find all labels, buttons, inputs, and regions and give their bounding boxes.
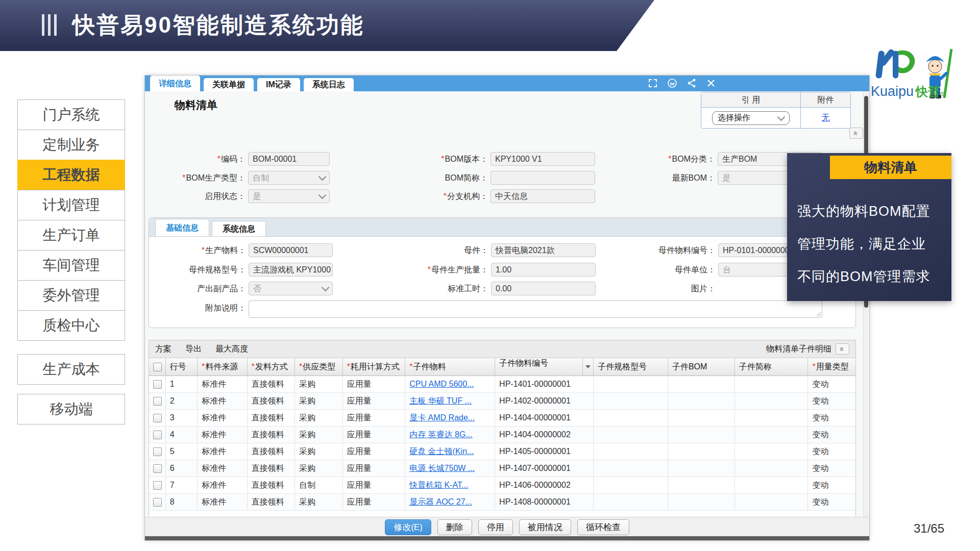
row-checkbox[interactable] [153,380,162,389]
cell-code: HP-1401-00000001 [495,376,594,393]
column-header-行号[interactable]: 行号 [165,358,197,376]
tab-detail[interactable]: 详细信息 [150,76,200,91]
tab-related-docs[interactable]: 关联单据 [204,78,254,91]
window-controls: IM [648,78,716,88]
part-link[interactable]: 内存 英睿达 8G... [409,430,473,439]
sidebar-item-custom-business[interactable]: 定制业务 [17,130,125,160]
part-link[interactable]: 硬盘 金士顿(Kin... [409,447,474,456]
filter-dropdown-icon[interactable] [582,358,593,375]
delete-button[interactable]: 删除 [437,519,472,535]
tab-system-log[interactable]: 系统日志 [304,78,354,91]
cell-supply: 采购 [295,376,343,393]
fullscreen-icon[interactable] [648,78,658,88]
row-checkbox[interactable] [153,464,162,473]
column-header-发料方式[interactable]: *发料方式 [247,358,295,376]
row-checkbox[interactable] [153,447,162,456]
field-input-母件生产批量[interactable]: 1.00 [491,263,596,277]
cell-calc: 应用量 [342,494,405,511]
field-label-母件规格型号: 母件规格型号： [164,263,246,277]
svg-text:IM: IM [670,82,675,86]
sidebar-item-engineering-data[interactable]: 工程数据 [17,160,125,190]
sidebar-item-production-cost[interactable]: 生产成本 [17,354,125,385]
window-tabbar: 详细信息关联单据IM记录系统日志 [145,76,869,91]
cell-alias [734,460,808,477]
field-input-附加说明[interactable] [249,300,822,318]
toolbar-导出[interactable]: 导出 [185,344,202,355]
field-label-编码: *编码： [165,152,246,166]
sidebar-item-mobile[interactable]: 移动端 [17,394,125,424]
toolbar-最大高度[interactable]: 最大高度 [215,344,248,355]
part-link[interactable]: CPU AMD 5600... [409,380,474,388]
part-link[interactable]: 主板 华硕 TUF ... [409,396,472,405]
part-link[interactable]: 显卡 AMD Rade... [409,413,475,422]
page-number: 31/65 [914,521,944,536]
cell-code: HP-1408-00000001 [495,494,594,511]
row-checkbox[interactable] [153,414,162,422]
field-input-标准工时[interactable]: 0.00 [491,282,596,295]
row-checkbox[interactable] [153,498,162,507]
tab-basic-info[interactable]: 基础信息 [155,219,209,236]
field-label-母件物料编号: 母件物料编号： [611,243,716,257]
modify-button[interactable]: 修改(E) [385,519,431,535]
column-header-子件物料[interactable]: *子件物料 [405,358,495,376]
sidebar-item-outsourcing-management[interactable]: 委外管理 [17,280,125,311]
field-input-BOM版本[interactable]: KPY1000 V1 [491,152,595,166]
part-link[interactable]: 显示器 AOC 27... [409,497,472,506]
row-checkbox[interactable] [153,431,162,439]
cell-bom [668,443,734,460]
field-input-母件规格型号[interactable]: 主流游戏机 KPY1000 [249,263,333,277]
field-label-附加说明: 附加说明： [164,301,246,315]
part-link[interactable]: 快普机箱 K-AT... [409,481,468,489]
column-header-子件物料编号[interactable]: 子件物料编号 [495,358,594,376]
column-header-checkbox[interactable] [149,358,165,376]
basic-info-section: 基础信息系统信息 *生产物料：SCW00000001母件：快普电脑2021款母件… [149,217,856,328]
close-icon[interactable] [706,78,716,88]
form-collapse-button[interactable]: « [849,128,863,139]
column-header-料件来源[interactable]: *料件来源 [198,358,248,376]
cell-spec [594,410,668,427]
cell-calc: 应用量 [342,477,405,494]
column-header-供应类型[interactable]: *供应类型 [295,358,343,376]
field-input-生产物料[interactable]: SCW00000001 [249,243,333,257]
sidebar-item-workshop-management[interactable]: 车间管理 [17,250,125,281]
toolbar-方案[interactable]: 方案 [155,344,172,355]
field-input-BOM生产类型[interactable]: 自制 [248,171,330,185]
tab-im-record[interactable]: IM记录 [257,78,300,91]
grid-collapse-button[interactable]: « [836,343,849,355]
im-icon[interactable]: IM [667,78,677,88]
disable-button[interactable]: 停用 [478,519,513,535]
chevron-down-icon [318,191,327,199]
column-header-耗用计算方式[interactable]: *耗用计算方式 [342,358,405,376]
cell-part: 电源 长城750W ... [405,460,495,477]
row-checkbox[interactable] [153,397,162,406]
column-header-用量类型[interactable]: *用量类型 [808,358,856,376]
cell-issue: 直接领料 [247,494,295,511]
share-icon[interactable] [687,78,697,88]
field-input-启用状态[interactable]: 是 [248,189,330,203]
field-input-母件[interactable]: 快普电脑2021款 [491,243,596,257]
field-input-BOM简称[interactable] [491,171,595,185]
column-header-子件简称[interactable]: 子件简称 [734,358,808,376]
usage-status-button[interactable]: 被用情况 [519,519,571,535]
sidebar-item-plan-management[interactable]: 计划管理 [17,190,125,220]
cell-source: 标准件 [198,494,248,511]
operation-select[interactable]: 选择操作 [712,111,790,125]
column-header-子件BOM[interactable]: 子件BOM [668,358,734,376]
loop-check-button[interactable]: 循环检查 [577,519,629,535]
header-checkbox[interactable] [153,363,162,371]
cell-calc: 应用量 [342,443,405,460]
attachment-link[interactable]: 无 [822,113,830,122]
sidebar-item-portal[interactable]: 门户系统 [17,99,125,130]
sidebar-item-production-order[interactable]: 生产订单 [17,220,125,251]
sidebar-item-quality-center[interactable]: 质检中心 [17,310,125,341]
field-input-分支机构[interactable]: 中天信息 [491,189,595,203]
column-header-子件规格型号[interactable]: 子件规格型号 [594,358,668,376]
part-link[interactable]: 电源 长城750W ... [409,464,475,472]
field-input-编码[interactable]: BOM-00001 [248,152,330,166]
tab-system-info[interactable]: 系统信息 [212,221,266,236]
slide-title: 快普易90智能制造系统功能 [72,10,364,40]
field-input-产出副产品[interactable]: 否 [249,282,333,295]
cell-part: 硬盘 金士顿(Kin... [405,443,495,460]
cell-no: 6 [165,460,197,477]
row-checkbox[interactable] [153,481,162,490]
